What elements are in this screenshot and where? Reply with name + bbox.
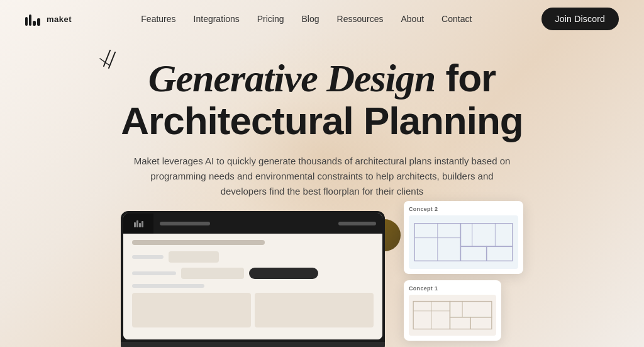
hero-title-for: for	[435, 56, 496, 100]
svg-rect-12	[450, 302, 491, 317]
laptop-logo	[134, 220, 143, 227]
laptop-grid-item-2	[255, 293, 374, 327]
nav-blog[interactable]: Blog	[302, 14, 319, 24]
laptop-grid	[132, 293, 374, 327]
concept-1-label: Concept 1	[409, 285, 496, 292]
nav-integrations[interactable]: Integrations	[194, 14, 240, 24]
laptop-topbar	[123, 213, 382, 234]
hero-title: Generative Design for Architectural Plan…	[121, 57, 523, 142]
logo-link[interactable]: maket	[25, 12, 72, 26]
laptop-screen	[121, 211, 385, 342]
hero-title-italic: Generative Design	[148, 57, 436, 100]
laptop-mockup	[121, 211, 385, 347]
svg-rect-5	[460, 246, 486, 261]
nav-features[interactable]: Features	[141, 14, 175, 24]
navbar: maket Features Integrations Pricing Blog…	[0, 0, 644, 38]
laptop-label	[132, 284, 204, 288]
logo-mark	[33, 17, 42, 26]
decorative-lines	[91, 47, 123, 81]
logo-text: maket	[47, 14, 72, 24]
hero-title-second: Architectural Planning	[121, 99, 523, 142]
floorplan-cards: Concept 2 Concept 1	[404, 201, 523, 341]
nav-contact[interactable]: Contact	[441, 14, 472, 24]
svg-rect-6	[487, 246, 513, 261]
laptop-content-area	[123, 234, 382, 339]
concept-2-card: Concept 2	[404, 201, 523, 274]
laptop-logo-section	[123, 213, 153, 234]
svg-line-1	[109, 52, 115, 68]
logo-bar-2	[29, 14, 31, 26]
laptop-input-row	[132, 251, 374, 263]
laptop-topbar-content	[153, 222, 382, 225]
concept-2-floorplan	[409, 215, 518, 269]
laptop-content-title	[132, 240, 265, 245]
concept-1-card: Concept 1	[404, 280, 501, 341]
concept-1-floorplan	[409, 295, 496, 336]
hero-subtitle: Maket leverages AI to quickly generate t…	[127, 154, 517, 199]
svg-rect-14	[470, 317, 492, 329]
laptop-grid-item-1	[132, 293, 251, 327]
laptop-base	[121, 342, 385, 347]
concept-2-label: Concept 2	[409, 206, 518, 212]
laptop-screen-inner	[123, 213, 382, 339]
logo-icon	[25, 12, 42, 26]
logo-bar-1	[25, 17, 28, 26]
nav-ressources[interactable]: Ressources	[337, 14, 384, 24]
concept-2-image	[409, 215, 518, 269]
svg-rect-13	[450, 317, 470, 329]
nav-right: Join Discord	[541, 8, 619, 30]
svg-rect-4	[460, 224, 512, 247]
nav-about[interactable]: About	[401, 14, 424, 24]
concept-1-image	[409, 295, 496, 336]
join-discord-button[interactable]: Join Discord	[541, 8, 619, 30]
nav-links: Features Integrations Pricing Blog Resso…	[141, 13, 472, 25]
laptop-button-row	[132, 268, 374, 279]
product-preview: Concept 2 Concept 1	[0, 201, 644, 347]
nav-pricing[interactable]: Pricing	[257, 14, 284, 24]
deco-lines-svg	[91, 47, 123, 79]
